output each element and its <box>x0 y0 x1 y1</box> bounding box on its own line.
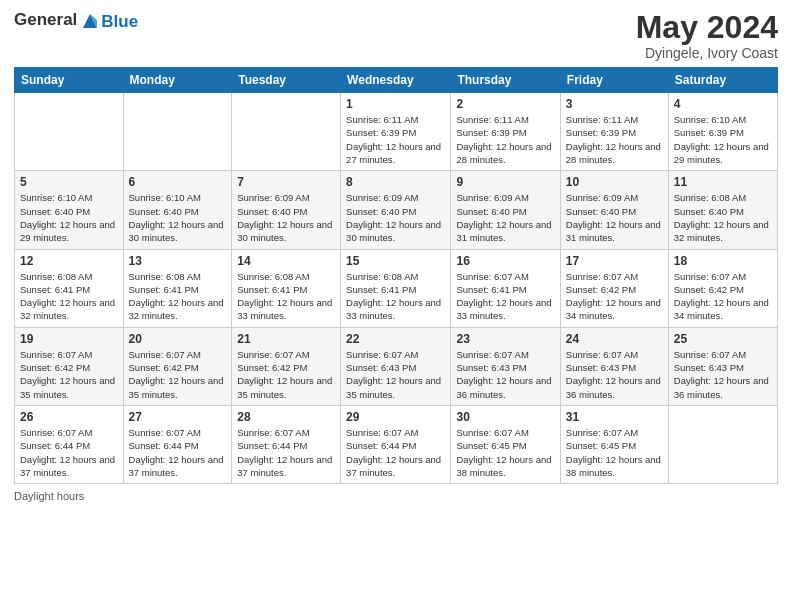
calendar-cell <box>123 93 232 171</box>
sunrise-text: Sunrise: 6:07 AM <box>20 426 118 439</box>
day-number: 27 <box>129 410 227 424</box>
daylight-text: Daylight: 12 hours and 33 minutes. <box>346 296 445 323</box>
day-info: Sunrise: 6:07 AMSunset: 6:42 PMDaylight:… <box>566 270 663 323</box>
sunset-text: Sunset: 6:41 PM <box>20 283 118 296</box>
sunrise-text: Sunrise: 6:09 AM <box>566 191 663 204</box>
sunrise-text: Sunrise: 6:07 AM <box>237 348 335 361</box>
calendar-cell: 29Sunrise: 6:07 AMSunset: 6:44 PMDayligh… <box>341 405 451 483</box>
day-info: Sunrise: 6:11 AMSunset: 6:39 PMDaylight:… <box>566 113 663 166</box>
daylight-text: Daylight: 12 hours and 32 minutes. <box>674 218 772 245</box>
day-info: Sunrise: 6:07 AMSunset: 6:43 PMDaylight:… <box>456 348 554 401</box>
daylight-text: Daylight: 12 hours and 34 minutes. <box>566 296 663 323</box>
sunrise-text: Sunrise: 6:07 AM <box>346 426 445 439</box>
daylight-text: Daylight: 12 hours and 33 minutes. <box>237 296 335 323</box>
daylight-text: Daylight: 12 hours and 32 minutes. <box>20 296 118 323</box>
sunrise-text: Sunrise: 6:07 AM <box>674 348 772 361</box>
day-info: Sunrise: 6:10 AMSunset: 6:39 PMDaylight:… <box>674 113 772 166</box>
day-info: Sunrise: 6:07 AMSunset: 6:42 PMDaylight:… <box>237 348 335 401</box>
sunrise-text: Sunrise: 6:07 AM <box>566 348 663 361</box>
calendar-cell: 20Sunrise: 6:07 AMSunset: 6:42 PMDayligh… <box>123 327 232 405</box>
title-block: May 2024 Dyingele, Ivory Coast <box>636 10 778 61</box>
day-number: 11 <box>674 175 772 189</box>
daylight-text: Daylight: 12 hours and 37 minutes. <box>129 453 227 480</box>
day-info: Sunrise: 6:07 AMSunset: 6:42 PMDaylight:… <box>674 270 772 323</box>
sunset-text: Sunset: 6:39 PM <box>674 126 772 139</box>
daylight-text: Daylight: 12 hours and 38 minutes. <box>566 453 663 480</box>
day-number: 30 <box>456 410 554 424</box>
sunrise-text: Sunrise: 6:10 AM <box>674 113 772 126</box>
calendar-cell: 12Sunrise: 6:08 AMSunset: 6:41 PMDayligh… <box>15 249 124 327</box>
daylight-text: Daylight: 12 hours and 28 minutes. <box>566 140 663 167</box>
calendar-week-row: 19Sunrise: 6:07 AMSunset: 6:42 PMDayligh… <box>15 327 778 405</box>
daylight-text: Daylight: 12 hours and 35 minutes. <box>20 374 118 401</box>
sunrise-text: Sunrise: 6:11 AM <box>566 113 663 126</box>
sunrise-text: Sunrise: 6:07 AM <box>456 426 554 439</box>
day-number: 10 <box>566 175 663 189</box>
calendar-cell: 18Sunrise: 6:07 AMSunset: 6:42 PMDayligh… <box>668 249 777 327</box>
day-number: 6 <box>129 175 227 189</box>
sunset-text: Sunset: 6:39 PM <box>566 126 663 139</box>
daylight-text: Daylight: 12 hours and 32 minutes. <box>129 296 227 323</box>
calendar-day-header: Tuesday <box>232 68 341 93</box>
day-number: 9 <box>456 175 554 189</box>
day-info: Sunrise: 6:07 AMSunset: 6:43 PMDaylight:… <box>346 348 445 401</box>
sunrise-text: Sunrise: 6:09 AM <box>237 191 335 204</box>
calendar-cell: 10Sunrise: 6:09 AMSunset: 6:40 PMDayligh… <box>560 171 668 249</box>
day-number: 14 <box>237 254 335 268</box>
day-number: 7 <box>237 175 335 189</box>
sunrise-text: Sunrise: 6:10 AM <box>129 191 227 204</box>
sunrise-text: Sunrise: 6:07 AM <box>346 348 445 361</box>
day-info: Sunrise: 6:09 AMSunset: 6:40 PMDaylight:… <box>237 191 335 244</box>
sunset-text: Sunset: 6:40 PM <box>674 205 772 218</box>
day-number: 17 <box>566 254 663 268</box>
sunset-text: Sunset: 6:44 PM <box>20 439 118 452</box>
day-info: Sunrise: 6:08 AMSunset: 6:41 PMDaylight:… <box>129 270 227 323</box>
daylight-text: Daylight: 12 hours and 30 minutes. <box>129 218 227 245</box>
sunset-text: Sunset: 6:45 PM <box>566 439 663 452</box>
calendar-cell: 22Sunrise: 6:07 AMSunset: 6:43 PMDayligh… <box>341 327 451 405</box>
day-info: Sunrise: 6:11 AMSunset: 6:39 PMDaylight:… <box>346 113 445 166</box>
calendar-cell: 6Sunrise: 6:10 AMSunset: 6:40 PMDaylight… <box>123 171 232 249</box>
day-info: Sunrise: 6:07 AMSunset: 6:44 PMDaylight:… <box>346 426 445 479</box>
day-info: Sunrise: 6:07 AMSunset: 6:45 PMDaylight:… <box>456 426 554 479</box>
sunset-text: Sunset: 6:40 PM <box>346 205 445 218</box>
day-info: Sunrise: 6:09 AMSunset: 6:40 PMDaylight:… <box>566 191 663 244</box>
calendar-cell: 21Sunrise: 6:07 AMSunset: 6:42 PMDayligh… <box>232 327 341 405</box>
calendar-cell: 15Sunrise: 6:08 AMSunset: 6:41 PMDayligh… <box>341 249 451 327</box>
daylight-text: Daylight: 12 hours and 37 minutes. <box>237 453 335 480</box>
header: General Blue May 2024 Dyingele, Ivory Co… <box>14 10 778 61</box>
daylight-text: Daylight: 12 hours and 36 minutes. <box>674 374 772 401</box>
day-info: Sunrise: 6:08 AMSunset: 6:41 PMDaylight:… <box>346 270 445 323</box>
sunset-text: Sunset: 6:42 PM <box>566 283 663 296</box>
daylight-text: Daylight: 12 hours and 35 minutes. <box>129 374 227 401</box>
daylight-text: Daylight: 12 hours and 35 minutes. <box>237 374 335 401</box>
calendar-cell: 14Sunrise: 6:08 AMSunset: 6:41 PMDayligh… <box>232 249 341 327</box>
day-number: 26 <box>20 410 118 424</box>
calendar-cell <box>232 93 341 171</box>
calendar-cell: 23Sunrise: 6:07 AMSunset: 6:43 PMDayligh… <box>451 327 560 405</box>
sunset-text: Sunset: 6:40 PM <box>129 205 227 218</box>
sunset-text: Sunset: 6:40 PM <box>566 205 663 218</box>
sunset-text: Sunset: 6:41 PM <box>346 283 445 296</box>
calendar-day-header: Monday <box>123 68 232 93</box>
day-number: 29 <box>346 410 445 424</box>
daylight-text: Daylight: 12 hours and 33 minutes. <box>456 296 554 323</box>
calendar-cell: 24Sunrise: 6:07 AMSunset: 6:43 PMDayligh… <box>560 327 668 405</box>
calendar-cell <box>668 405 777 483</box>
day-number: 28 <box>237 410 335 424</box>
sunrise-text: Sunrise: 6:07 AM <box>674 270 772 283</box>
calendar-cell: 7Sunrise: 6:09 AMSunset: 6:40 PMDaylight… <box>232 171 341 249</box>
sunrise-text: Sunrise: 6:11 AM <box>346 113 445 126</box>
daylight-text: Daylight: 12 hours and 31 minutes. <box>566 218 663 245</box>
calendar-day-header: Wednesday <box>341 68 451 93</box>
day-info: Sunrise: 6:07 AMSunset: 6:44 PMDaylight:… <box>129 426 227 479</box>
sunrise-text: Sunrise: 6:08 AM <box>674 191 772 204</box>
footer: Daylight hours <box>14 490 778 502</box>
sunset-text: Sunset: 6:43 PM <box>566 361 663 374</box>
day-number: 2 <box>456 97 554 111</box>
daylight-text: Daylight: 12 hours and 37 minutes. <box>346 453 445 480</box>
daylight-text: Daylight: 12 hours and 31 minutes. <box>456 218 554 245</box>
day-info: Sunrise: 6:09 AMSunset: 6:40 PMDaylight:… <box>456 191 554 244</box>
sunrise-text: Sunrise: 6:07 AM <box>129 426 227 439</box>
sunset-text: Sunset: 6:39 PM <box>346 126 445 139</box>
